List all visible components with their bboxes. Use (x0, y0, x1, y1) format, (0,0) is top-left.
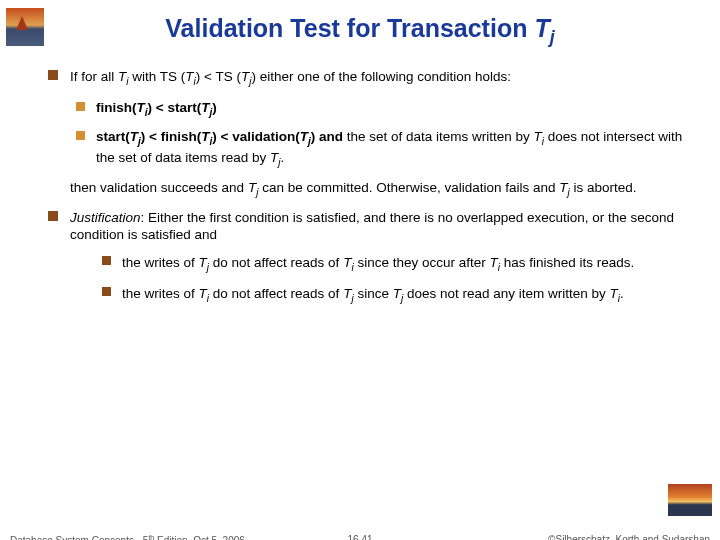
var-t: T (199, 286, 207, 301)
var-t: T (489, 255, 497, 270)
var-t: T (185, 69, 193, 84)
text: does not read any item written by (403, 286, 609, 301)
text: ) < TS ( (196, 69, 241, 84)
footer-right: ©Silberschatz, Korth and Sudarshan (548, 534, 710, 540)
var-t: T (248, 180, 256, 195)
text: ) < start( (148, 100, 202, 115)
text: the set of data items written by (343, 129, 534, 144)
bullet-justification: Justification: Either the first conditio… (48, 209, 686, 244)
title-sub: j (550, 27, 555, 47)
text: then validation succeeds and (70, 180, 248, 195)
text: ) either one of the following condition … (251, 69, 511, 84)
bullet-intro: If for all Ti with TS (Ti) < TS (Tj) eit… (48, 68, 686, 89)
text: . (281, 150, 285, 165)
text: ) < finish( (141, 129, 201, 144)
text: has finished its reads. (500, 255, 634, 270)
title-text: Validation Test for Transaction (165, 14, 534, 42)
bullet-just-sub1: the writes of Tj do not affect reads of … (102, 254, 686, 275)
text: ) and (311, 129, 343, 144)
text: is aborted. (570, 180, 637, 195)
text: the writes of (122, 255, 199, 270)
text: : Either the first condition is satisfie… (70, 210, 674, 242)
text: If for all (70, 69, 118, 84)
var-t: T (199, 255, 207, 270)
var-t: T (137, 100, 145, 115)
var-t: T (559, 180, 567, 195)
text: Justification (70, 210, 141, 225)
var-t: T (393, 286, 401, 301)
bullet-cond1: finish(Ti) < start(Tj) (76, 99, 686, 120)
text: do not affect reads of (209, 286, 343, 301)
bullet-cond2: start(Tj) < finish(Ti) < validation(Tj) … (76, 128, 686, 169)
bullet-then: then validation succeeds and Tj can be c… (70, 179, 686, 200)
text: ) (212, 100, 217, 115)
text: since they occur after (354, 255, 490, 270)
text: start( (96, 129, 130, 144)
var-t: T (300, 129, 308, 144)
logo-sunset (668, 484, 712, 516)
text: finish( (96, 100, 137, 115)
bullet-just-sub2: the writes of Ti do not affect reads of … (102, 285, 686, 306)
text: do not affect reads of (209, 255, 343, 270)
var-t: T (130, 129, 138, 144)
title-var: T (534, 14, 549, 42)
text: since (354, 286, 393, 301)
text: . (620, 286, 624, 301)
slide-content: If for all Ti with TS (Ti) < TS (Tj) eit… (48, 68, 686, 317)
slide-title: Validation Test for Transaction Tj (0, 14, 720, 48)
text: with TS ( (129, 69, 186, 84)
var-t: T (241, 69, 249, 84)
var-t: T (534, 129, 542, 144)
text: can be committed. Otherwise, validation … (258, 180, 559, 195)
text: ) < validation( (212, 129, 299, 144)
text: the writes of (122, 286, 199, 301)
var-t: T (610, 286, 618, 301)
